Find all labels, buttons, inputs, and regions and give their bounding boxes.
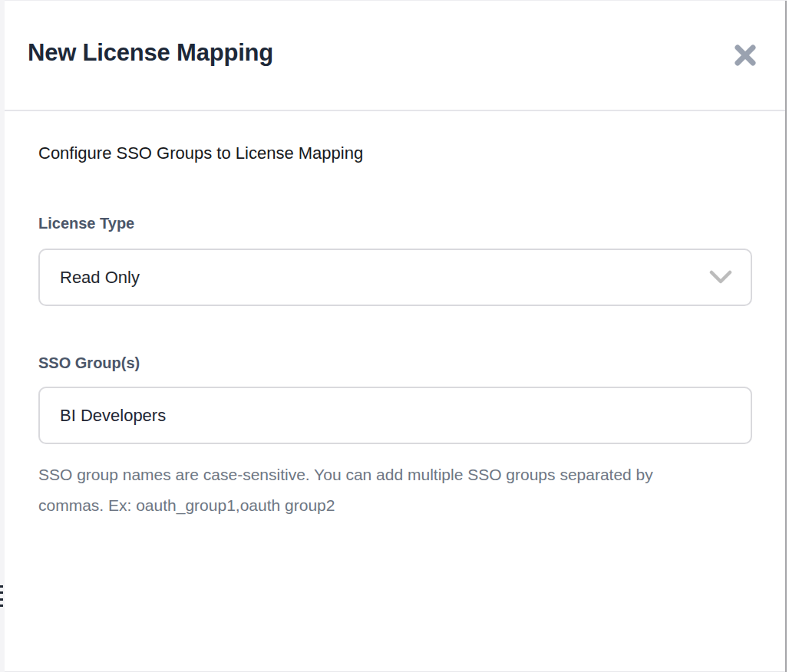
- clipped-menu-icon: [0, 585, 3, 607]
- license-type-label: License Type: [38, 215, 134, 232]
- new-license-mapping-modal: New License Mapping Configure SSO Groups…: [5, 0, 787, 672]
- modal-title: New License Mapping: [28, 39, 273, 67]
- modal-right-edge: [785, 1, 787, 672]
- sso-groups-help-text: SSO group names are case-sensitive. You …: [38, 460, 698, 521]
- sso-groups-label: SSO Group(s): [38, 354, 140, 372]
- close-button[interactable]: [731, 41, 760, 70]
- chevron-down-icon: [709, 270, 732, 285]
- modal-subtitle: Configure SSO Groups to License Mapping: [38, 143, 363, 163]
- sso-groups-input[interactable]: [38, 387, 752, 444]
- license-type-select[interactable]: Read Only: [38, 249, 752, 306]
- close-icon: [734, 44, 757, 67]
- license-type-selected-value: Read Only: [60, 268, 140, 288]
- modal-header: New License Mapping: [5, 1, 787, 111]
